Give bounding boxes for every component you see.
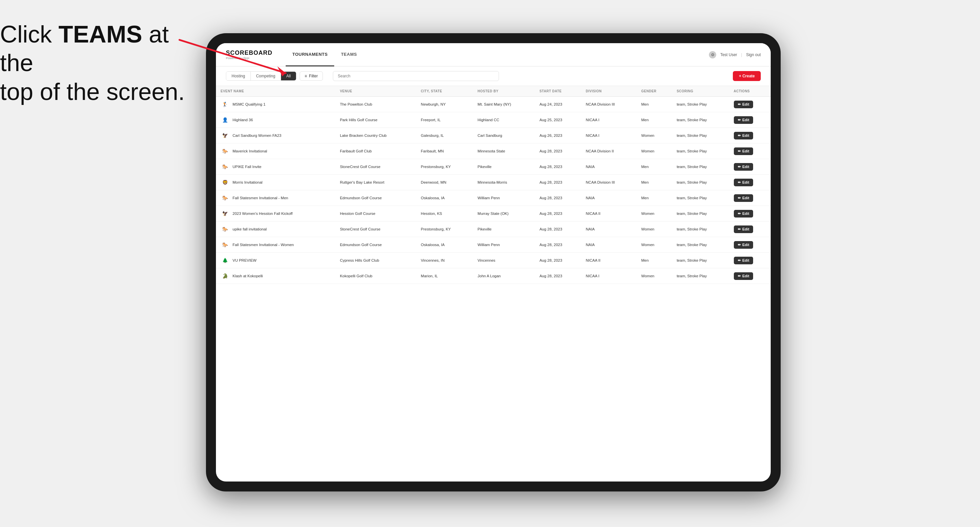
cell-venue: Ruttger's Bay Lake Resort bbox=[335, 175, 416, 190]
cell-start-date: Aug 28, 2023 bbox=[535, 159, 581, 175]
col-gender: GENDER bbox=[636, 86, 672, 97]
edit-button[interactable]: ✏ Edit bbox=[734, 163, 753, 171]
edit-button[interactable]: ✏ Edit bbox=[734, 148, 753, 155]
cell-hosted-by: John A Logan bbox=[473, 268, 535, 284]
cell-city-state: Newburgh, NY bbox=[416, 97, 473, 112]
cell-venue: StoneCrest Golf Course bbox=[335, 222, 416, 237]
col-actions: ACTIONS bbox=[729, 86, 771, 97]
cell-event-name: 🐎 Fall Statesmen Invitational - Women bbox=[216, 237, 335, 253]
edit-button[interactable]: ✏ Edit bbox=[734, 225, 753, 233]
cell-hosted-by: Murray State (OK) bbox=[473, 206, 535, 222]
sign-out-link[interactable]: Sign out bbox=[746, 52, 761, 57]
col-scoring: SCORING bbox=[672, 86, 729, 97]
cell-scoring: team, Stroke Play bbox=[672, 143, 729, 159]
cell-hosted-by: Mt. Saint Mary (NY) bbox=[473, 97, 535, 112]
edit-label: Edit bbox=[743, 211, 749, 216]
create-button[interactable]: + Create bbox=[733, 71, 761, 81]
edit-button[interactable]: ✏ Edit bbox=[734, 132, 753, 140]
cell-venue: Park Hills Golf Course bbox=[335, 112, 416, 128]
cell-division: NAIA bbox=[581, 159, 636, 175]
cell-actions: ✏ Edit bbox=[729, 128, 771, 143]
cell-scoring: team, Stroke Play bbox=[672, 222, 729, 237]
table-row: 🐎 Maverick Invitational Faribault Golf C… bbox=[216, 143, 771, 159]
cell-venue: StoneCrest Golf Course bbox=[335, 159, 416, 175]
table-row: 🐎 UPIKE Fall Invite StoneCrest Golf Cour… bbox=[216, 159, 771, 175]
cell-actions: ✏ Edit bbox=[729, 143, 771, 159]
event-name-text: Carl Sandburg Women FA23 bbox=[232, 133, 282, 138]
edit-button[interactable]: ✏ Edit bbox=[734, 257, 753, 264]
edit-icon: ✏ bbox=[738, 227, 741, 232]
cell-city-state: Prestonsburg, KY bbox=[416, 159, 473, 175]
event-name-text: upike fall invitational bbox=[232, 227, 267, 231]
cell-start-date: Aug 28, 2023 bbox=[535, 253, 581, 268]
edit-icon: ✏ bbox=[738, 274, 741, 278]
edit-button[interactable]: ✏ Edit bbox=[734, 272, 753, 280]
cell-actions: ✏ Edit bbox=[729, 237, 771, 253]
edit-label: Edit bbox=[743, 102, 749, 106]
edit-label: Edit bbox=[743, 118, 749, 122]
col-venue: VENUE bbox=[335, 86, 416, 97]
cell-start-date: Aug 24, 2023 bbox=[535, 97, 581, 112]
cell-scoring: team, Stroke Play bbox=[672, 97, 729, 112]
table-row: 🐊 Klash at Kokopelli Kokopelli Golf Club… bbox=[216, 268, 771, 284]
cell-gender: Men bbox=[636, 112, 672, 128]
arrow-pointer bbox=[159, 33, 319, 93]
cell-actions: ✏ Edit bbox=[729, 112, 771, 128]
cell-division: NICAA I bbox=[581, 268, 636, 284]
edit-button[interactable]: ✏ Edit bbox=[734, 194, 753, 202]
cell-venue: Faribault Golf Club bbox=[335, 143, 416, 159]
event-icon: 🐎 bbox=[221, 147, 229, 156]
cell-scoring: team, Stroke Play bbox=[672, 237, 729, 253]
tab-teams[interactable]: TEAMS bbox=[334, 43, 363, 67]
event-icon: 🦅 bbox=[221, 131, 229, 140]
table-row: 🐎 Fall Statesmen Invitational - Men Edmu… bbox=[216, 190, 771, 206]
edit-icon: ✏ bbox=[738, 102, 741, 106]
cell-division: NICAA II bbox=[581, 253, 636, 268]
event-name-text: 2023 Women's Hesston Fall Kickoff bbox=[232, 211, 293, 216]
cell-hosted-by: Pikeville bbox=[473, 159, 535, 175]
cell-scoring: team, Stroke Play bbox=[672, 206, 729, 222]
cell-scoring: team, Stroke Play bbox=[672, 253, 729, 268]
cell-division: NAIA bbox=[581, 190, 636, 206]
event-name-text: Fall Statesmen Invitational - Women bbox=[232, 243, 294, 247]
cell-scoring: team, Stroke Play bbox=[672, 128, 729, 143]
cell-actions: ✏ Edit bbox=[729, 175, 771, 190]
cell-gender: Women bbox=[636, 237, 672, 253]
table-body: 🏌️ MSMC Qualifying 1 The Powelton Club N… bbox=[216, 97, 771, 284]
edit-icon: ✏ bbox=[738, 118, 741, 122]
search-box bbox=[333, 71, 730, 81]
edit-button[interactable]: ✏ Edit bbox=[734, 210, 753, 217]
cell-start-date: Aug 26, 2023 bbox=[535, 128, 581, 143]
cell-city-state: Vincennes, IN bbox=[416, 253, 473, 268]
edit-button[interactable]: ✏ Edit bbox=[734, 101, 753, 108]
cell-city-state: Hesston, KS bbox=[416, 206, 473, 222]
search-input[interactable] bbox=[333, 71, 499, 81]
nav-right: ⚙ Test User | Sign out bbox=[709, 51, 761, 59]
cell-city-state: Faribault, MN bbox=[416, 143, 473, 159]
table-row: 👤 Highland 36 Park Hills Golf Course Fre… bbox=[216, 112, 771, 128]
event-icon: 🐊 bbox=[221, 271, 229, 280]
cell-city-state: Oskaloosa, IA bbox=[416, 237, 473, 253]
edit-label: Edit bbox=[743, 165, 749, 169]
cell-city-state: Galesburg, IL bbox=[416, 128, 473, 143]
event-name-text: Highland 36 bbox=[232, 118, 253, 122]
cell-scoring: team, Stroke Play bbox=[672, 190, 729, 206]
event-name-text: UPIKE Fall Invite bbox=[232, 165, 261, 169]
cell-start-date: Aug 28, 2023 bbox=[535, 222, 581, 237]
edit-button[interactable]: ✏ Edit bbox=[734, 116, 753, 124]
cell-gender: Women bbox=[636, 268, 672, 284]
instruction-line1: Click bbox=[0, 21, 59, 48]
cell-event-name: 🦅 Carl Sandburg Women FA23 bbox=[216, 128, 335, 143]
gear-icon[interactable]: ⚙ bbox=[709, 51, 716, 59]
nav-tabs: TOURNAMENTS TEAMS bbox=[286, 43, 709, 67]
cell-hosted-by: Carl Sandburg bbox=[473, 128, 535, 143]
tablet-frame: SCOREBOARD Powered by clippi TOURNAMENTS… bbox=[206, 33, 781, 492]
cell-actions: ✏ Edit bbox=[729, 253, 771, 268]
edit-icon: ✏ bbox=[738, 258, 741, 263]
cell-start-date: Aug 28, 2023 bbox=[535, 206, 581, 222]
cell-gender: Men bbox=[636, 97, 672, 112]
edit-button[interactable]: ✏ Edit bbox=[734, 241, 753, 249]
cell-venue: The Powelton Club bbox=[335, 97, 416, 112]
cell-city-state: Deerwood, MN bbox=[416, 175, 473, 190]
edit-button[interactable]: ✏ Edit bbox=[734, 179, 753, 186]
